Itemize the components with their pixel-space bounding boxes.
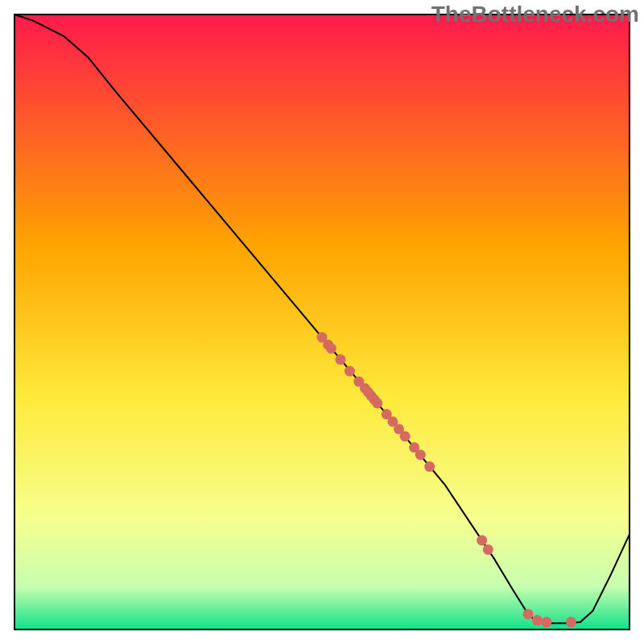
data-point [522, 609, 533, 619]
data-point [335, 354, 345, 365]
data-point [541, 617, 551, 627]
data-point [326, 343, 336, 353]
data-point [372, 398, 382, 408]
data-point [483, 544, 493, 555]
data-point [566, 617, 576, 627]
data-point [415, 450, 426, 460]
plot-background [14, 14, 630, 630]
data-point [345, 366, 355, 377]
bottleneck-chart [0, 0, 644, 644]
chart-container: TheBottleneck.com [0, 0, 644, 644]
data-point [532, 615, 543, 625]
data-point [424, 461, 435, 472]
data-point [477, 535, 487, 546]
data-point [400, 431, 411, 442]
